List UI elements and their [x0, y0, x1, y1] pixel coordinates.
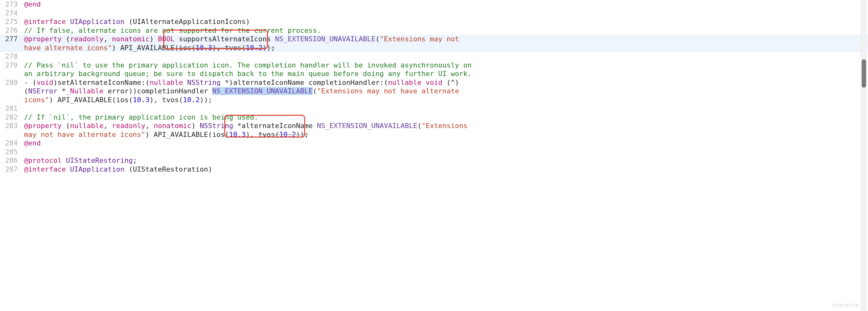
token-number: 10.3	[133, 96, 149, 104]
token-plain: (	[376, 35, 380, 43]
token-keyword: @interface	[24, 165, 66, 173]
scrollbar-track[interactable]	[861, 0, 867, 311]
token-keyword: nullable	[70, 122, 103, 130]
token-class: NSString	[183, 78, 220, 87]
watermark-text: CSDN @OO老	[832, 303, 859, 308]
token-type: BOOL	[158, 35, 175, 43]
scrollbar-thumb[interactable]	[862, 59, 866, 88]
token-plain: ,	[103, 35, 112, 43]
token-type: void	[422, 78, 442, 87]
token-number: 10.2	[183, 96, 199, 104]
token-deprecated: tvos(	[258, 131, 279, 138]
token-plain: (UIAlternateApplicationIcons)	[124, 18, 250, 26]
token-plain: ;	[133, 157, 137, 164]
token-identifier: *alternateIconName	[233, 122, 317, 130]
token-plain: ) API_AVAILABLE(ios(	[145, 131, 229, 138]
token-plain: *)alternateIconName completionHandler:(	[221, 78, 388, 87]
token-keyword: @property	[24, 35, 62, 43]
token-number: 10.3	[195, 44, 212, 52]
token-keyword: @end	[24, 0, 41, 8]
code-line[interactable]: 284 @end	[0, 139, 868, 148]
token-class: NSString	[199, 122, 233, 130]
token-keyword: @protocol	[24, 157, 62, 164]
token-class: UIApplication	[66, 18, 124, 26]
token-plain: )	[191, 122, 200, 130]
token-plain: ));	[199, 96, 212, 104]
line-number: 276	[0, 26, 22, 35]
token-class: NSError	[28, 87, 58, 95]
token-plain: - (	[24, 78, 37, 87]
line-number: 282	[0, 113, 22, 122]
token-comment: // Pass `nil` to use the primary applica…	[24, 61, 476, 78]
code-line[interactable]: 273 @end	[0, 0, 868, 9]
token-class: UIApplication	[66, 165, 124, 173]
line-number: 277	[0, 35, 22, 43]
token-keyword: nonatomic	[112, 35, 149, 43]
token-type: void	[37, 78, 53, 87]
line-number: 279	[0, 61, 22, 70]
code-line[interactable]: 286 @protocol UIStateRestoring;	[0, 156, 868, 165]
code-line[interactable]: 279 // Pass `nil` to use the primary app…	[0, 61, 868, 78]
token-keyword: nullable	[388, 78, 422, 87]
line-number: 273	[0, 0, 22, 9]
token-plain: (UIStateRestoration)	[124, 165, 212, 173]
token-plain: )setAlternateIconName:(	[53, 78, 150, 87]
token-keyword: @property	[24, 122, 62, 130]
token-plain: ), tvos(	[212, 44, 246, 52]
line-number: 284	[0, 139, 22, 148]
token-identifier: supportsAlternateIcons	[175, 35, 275, 43]
token-number: 10.3	[229, 131, 246, 138]
token-plain: (	[313, 87, 317, 95]
token-deprecated: ios(	[179, 44, 195, 52]
line-number: 280	[0, 78, 22, 87]
token-macro: NS_EXTENSION_UNAVAILABLE	[317, 122, 417, 130]
code-line-highlighted[interactable]: 277 @property (readonly, nonatomic) BOOL…	[0, 35, 868, 52]
code-line[interactable]: 283 @property (nullable, readonly, nonat…	[0, 122, 868, 139]
token-keyword: @interface	[24, 18, 66, 26]
token-plain: )	[149, 35, 158, 43]
token-keyword: readonly	[112, 122, 145, 130]
token-selection: NS_EXTENSION_UNAVAILABLE	[212, 87, 313, 95]
token-plain: (	[62, 35, 70, 43]
line-number: 285	[0, 148, 22, 157]
line-number: 283	[0, 122, 22, 130]
token-keyword: @end	[24, 139, 41, 147]
code-line[interactable]: 278	[0, 52, 868, 61]
code-editor-viewport: 273 @end 274 275 @interface UIApplicatio…	[0, 0, 868, 311]
line-number: 275	[0, 18, 22, 26]
code-line[interactable]: 281	[0, 104, 868, 113]
code-line[interactable]: 274	[0, 9, 868, 18]
token-comment: // If `nil`, the primary application ico…	[24, 113, 258, 121]
token-plain: ),	[246, 131, 258, 138]
code-line[interactable]: 282 // If `nil`, the primary application…	[0, 113, 868, 122]
token-keyword: readonly	[70, 35, 103, 43]
token-comment: // If false, alternate icons are not sup…	[24, 27, 321, 34]
token-number: 10.2	[279, 131, 296, 138]
code-line[interactable]: 287 @interface UIApplication (UIStateRes…	[0, 165, 868, 174]
line-number: 281	[0, 104, 22, 113]
token-keyword: _Nullable	[66, 87, 103, 95]
token-number: 10.2	[246, 44, 262, 52]
code-line[interactable]: 280 - (void)setAlternateIconName:(nullab…	[0, 78, 868, 104]
token-plain: *	[58, 87, 66, 95]
line-number: 278	[0, 52, 22, 61]
token-plain: ));	[262, 44, 275, 52]
line-number: 274	[0, 9, 22, 18]
token-plain: ,	[145, 122, 154, 130]
token-plain: )	[112, 44, 120, 52]
token-plain: error))completionHandler	[103, 87, 212, 95]
token-macro: NS_EXTENSION_UNAVAILABLE	[275, 35, 376, 43]
token-macro: API_AVAILABLE(	[120, 44, 179, 52]
token-keyword: nullable	[149, 78, 183, 87]
line-number: 287	[0, 165, 22, 174]
token-keyword: nonatomic	[154, 122, 191, 130]
code-area: 273 @end 274 275 @interface UIApplicatio…	[0, 0, 868, 173]
code-line[interactable]: 285	[0, 148, 868, 157]
token-class: UIStateRestoring	[62, 157, 133, 164]
code-line[interactable]: 275 @interface UIApplication (UIAlternat…	[0, 18, 868, 26]
code-line[interactable]: 276 // If false, alternate icons are not…	[0, 26, 868, 35]
token-plain: ), tvos(	[149, 96, 183, 104]
token-plain: (	[62, 122, 70, 130]
line-number: 286	[0, 156, 22, 165]
token-plain: ) API_AVAILABLE(ios(	[49, 96, 133, 104]
